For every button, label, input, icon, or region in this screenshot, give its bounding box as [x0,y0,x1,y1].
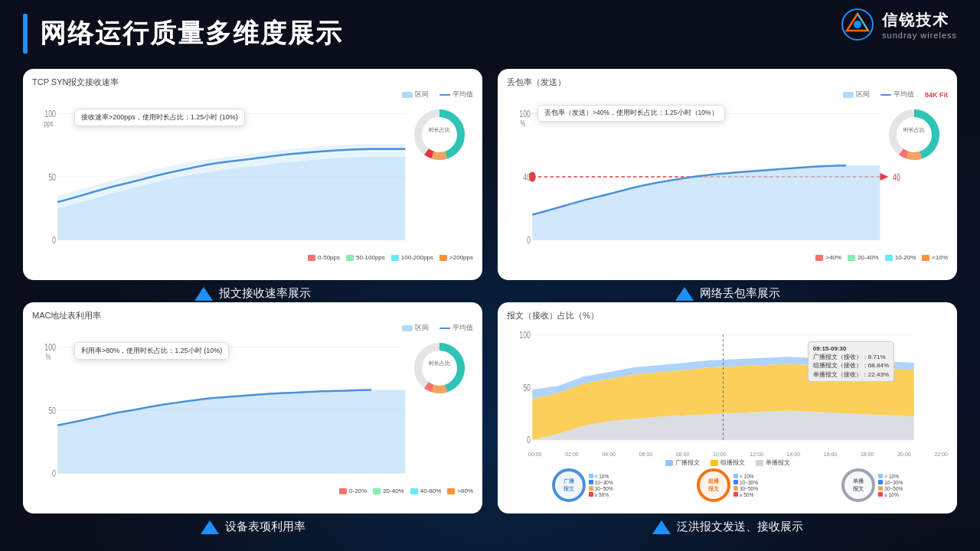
bottom-legend-q1: 0-50pps 50-100pps 100-200pps >200pps [32,254,473,261]
tooltip-q3: 利用率>80%，使用时长占比：1.25小时 (10%) [74,342,229,360]
svg-marker-27 [880,173,888,181]
legend-row-q1: 区间 平均值 [32,90,473,99]
chart-card-tcp-syn: TCP SYN报文接收速率 区间 平均值 [23,69,482,280]
chart-svg-q2: 40 100 % 40 0 [507,101,948,253]
svg-text:%: % [520,118,525,128]
logo-sub: sundray wireless [882,31,957,40]
arrow-text-q1: 报文接收速率展示 [219,286,311,301]
svg-text:0: 0 [527,435,531,445]
donut-q1: 时长占比 [412,107,467,165]
bottom-legend-q3: 0-20% 20-40% 40-80% >80% [32,487,473,494]
arrow-icon-q3 [201,520,219,534]
time-tooltip-row1: 组播报文（接收）：68.84% [813,361,889,370]
time-tooltip-time: 09:15-09:30 [813,344,889,353]
quadrant-packet-ratio: 报文（接收）占比（%） 09:15-09:30 广播报文（接收）：8.71% 组… [498,302,957,536]
arrow-icon-q1 [194,287,213,301]
arrow-icon-q2 [675,287,694,301]
time-tooltip-row2: 单播报文（接收）：22.43% [813,370,889,379]
bl-q2-3: <10% [922,254,948,261]
mini-legend-multicast: < 10% 10~30% 30~50% ≥ 50% [733,474,758,497]
chart-title-ratio: 报文（接收）占比（%） [507,310,948,321]
circle-label-unicast: 单播报文 [853,478,864,493]
svg-text:50: 50 [523,382,531,393]
main-grid: TCP SYN报文接收速率 区间 平均值 [0,69,980,551]
bl-q2-2: 10-20% [885,254,916,261]
svg-text:0: 0 [52,468,56,479]
svg-text:100: 100 [519,329,531,340]
arrow-label-q3: 设备表项利用率 [201,518,305,536]
svg-text:50: 50 [48,171,56,182]
arrow-icon-q4 [652,520,671,534]
arrow-label-q1: 报文接收速率展示 [194,285,311,302]
legend-avg-q2: 平均值 [880,90,914,99]
bl-q3-2: 40-80% [410,487,442,494]
chart-card-ratio: 报文（接收）占比（%） 09:15-09:30 广播报文（接收）：8.71% 组… [498,302,957,514]
chart-title-packet-loss: 丢包率（发送） [507,77,948,88]
logo-main: 信锐技术 [882,10,949,31]
legend-label-interval-q1: 区间 [415,90,429,99]
svg-text:0: 0 [527,235,531,246]
chart-title-tcp-syn: TCP SYN报文接收速率 [32,77,473,88]
logo-icon [841,8,874,41]
circle-multicast: 组播报文 < 10% 10~30% 30~50% ≥ 50% [697,468,758,502]
donut-q2: 时长占比 [887,107,942,165]
title-area: 网络运行质量多维度展示 [23,14,343,54]
tooltip-text-q3: 利用率>80%，使用时长占比：1.25小时 (10%) [81,347,222,354]
arrow-label-q2: 网络丢包率展示 [675,285,780,302]
legend-row-q2: 区间 平均值 84K Fit [507,90,948,99]
title-bar [23,14,28,54]
svg-text:40: 40 [523,171,531,182]
legend-box-interval-q1 [402,92,413,98]
circle-label-broadcast: 广播报文 [564,478,574,493]
donut-q3: 时长占比 [412,341,467,399]
legend-row-q3: 区间 平均值 [32,323,473,333]
arrow-text-q3: 设备表项利用率 [225,520,305,534]
x-axis-q4: 00:00 02:00 04:00 06:00 08:00 10:00 12:0… [507,452,948,458]
circle-ring-broadcast: 广播报文 [552,468,586,502]
bl-q3-1: 20-40% [373,487,404,494]
bl-q2-1: 20-40% [848,254,879,261]
logo-area: 信锐技术 sundray wireless [841,8,957,41]
chart-card-packet-loss: 丢包率（发送） 区间 平均值 84K Fit [498,69,957,280]
legend-broadcast: 广播报文 [665,458,700,467]
logo-text: 信锐技术 sundray wireless [882,10,957,40]
svg-text:50: 50 [48,405,56,416]
arrow-text-q2: 网络丢包率展示 [700,286,780,301]
quadrant-tcp-syn: TCP SYN报文接收速率 区间 平均值 [23,69,482,302]
legend-label-avg-q1: 平均值 [452,90,473,99]
bl-q1-0: 0-50pps [308,254,340,261]
bl-q2-0: >40% [815,254,841,261]
tooltip-text-q2: 丢包率（发送）>40%，使用时长占比：1.25小时（10%） [544,109,718,116]
bl-q3-0: 0-20% [339,487,367,494]
svg-point-2 [854,21,861,28]
circle-ring-multicast: 组播报文 [697,468,730,502]
svg-text:%: % [45,351,51,361]
chart-card-mac: MAC地址表利用率 区间 平均值 [23,302,482,514]
threshold-label-q2: 84K Fit [925,91,948,99]
svg-text:时长占比: 时长占比 [429,360,450,366]
svg-text:pps: pps [44,118,54,128]
legend-avg-q3: 平均值 [439,323,473,333]
svg-text:时长占比: 时长占比 [429,127,450,132]
quadrant-mac-utilization: MAC地址表利用率 区间 平均值 [23,302,482,536]
circle-broadcast: 广播报文 < 10% 10~30% 30~50% ≥ 50% [552,468,613,502]
circle-label-multicast: 组播报文 [708,478,719,493]
bl-q3-3: >80% [447,487,473,494]
mini-legend-unicast: < 10% 10~30% 30~50% ≥ 10% [878,474,903,497]
legend-interval-q3: 区间 [402,323,429,333]
chart-title-mac: MAC地址表利用率 [32,310,473,321]
legend-line-avg-q1 [439,94,450,96]
legend-multicast: 组播报文 [710,458,745,467]
svg-text:40: 40 [893,171,900,182]
mini-legend-broadcast: < 10% 10~30% 30~50% ≥ 50% [589,474,613,497]
time-tooltip-q4: 09:15-09:30 广播报文（接收）：8.71% 组播报文（接收）：68.8… [808,341,894,382]
header: 网络运行质量多维度展示 信锐技术 sundray wireless [0,0,980,61]
svg-text:时长占比: 时长占比 [903,127,925,132]
circle-ring-unicast: 单播报文 [841,468,875,502]
legend-interval-q1: 区间 [402,90,429,99]
circles-row-q4: 广播报文 < 10% 10~30% 30~50% ≥ 50% 组播报文 [507,468,948,502]
legend-interval-q2: 区间 [843,90,870,99]
bl-q1-2: 100-200pps [391,254,433,261]
quadrant-packet-loss: 丢包率（发送） 区间 平均值 84K Fit [498,69,957,302]
arrow-text-q4: 泛洪报文发送、接收展示 [677,520,803,534]
